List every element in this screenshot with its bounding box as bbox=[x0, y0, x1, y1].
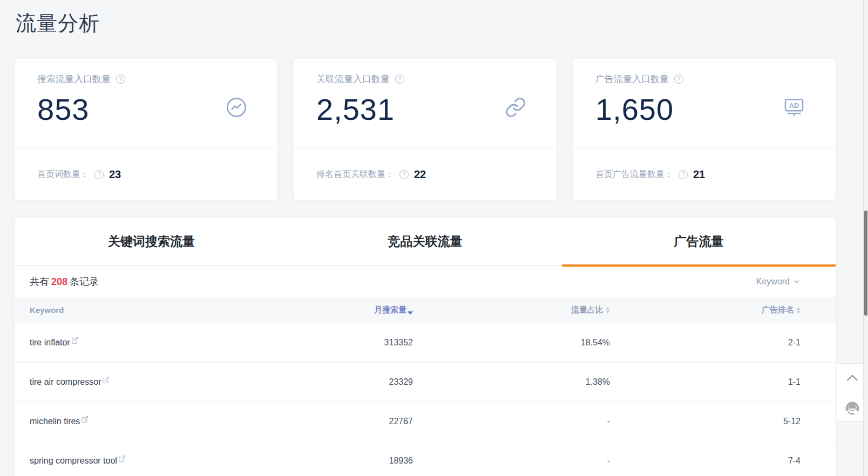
sort-desc-icon[interactable] bbox=[408, 311, 413, 315]
external-link-icon[interactable] bbox=[81, 416, 89, 423]
stat-card-value: 1,650 bbox=[595, 92, 683, 127]
stat-card-footer: 首页词数量： ? 23 bbox=[15, 149, 277, 200]
keyword-cell[interactable]: spring compressor tool bbox=[30, 456, 267, 466]
scrollbar-thumb[interactable] bbox=[864, 210, 867, 316]
stat-card-footer-value: 22 bbox=[414, 168, 426, 181]
main-content: 流量分析 搜索流量入口数量 ? 853 bbox=[15, 0, 836, 476]
help-icon[interactable]: ? bbox=[116, 74, 125, 84]
ad-rank-cell: 7-4 bbox=[610, 456, 801, 466]
stat-card-label: 搜索流量入口数量 bbox=[37, 73, 111, 85]
ad-rank-cell: 1-1 bbox=[610, 377, 801, 387]
traffic-share-cell: - bbox=[413, 417, 610, 426]
stat-card-top: 关联流量入口数量 ? 2,531 bbox=[294, 59, 557, 149]
help-icon[interactable]: ? bbox=[399, 170, 409, 179]
column-header-monthly-searches[interactable]: 月搜索量 bbox=[267, 305, 413, 315]
headset-agent-icon bbox=[843, 398, 862, 416]
help-icon[interactable]: ? bbox=[94, 170, 104, 179]
stat-card-ad-traffic: 广告流量入口数量 ? 1,650 AD 首页广告流量数量： ? bbox=[573, 59, 836, 200]
column-header-ad-rank[interactable]: 广告排名 bbox=[610, 305, 801, 315]
tab-keyword-search-traffic[interactable]: 关键词搜索流量 bbox=[15, 217, 288, 265]
ad-screen-icon: AD bbox=[783, 97, 805, 148]
traffic-share-cell: 18.54% bbox=[413, 338, 610, 348]
table-row: tire inflator 313352 18.54% 2-1 bbox=[15, 323, 836, 363]
ad-rank-cell: 5-12 bbox=[610, 417, 801, 426]
sort-carets-icon[interactable] bbox=[796, 307, 801, 314]
traffic-table-panel: 关键词搜索流量 竞品关联流量 广告流量 共有208条记录 Keyword Key… bbox=[15, 217, 836, 476]
stat-card-footer-label: 排名首页关联数量： bbox=[316, 169, 394, 180]
keyword-text: michelin tires bbox=[30, 417, 80, 426]
stat-card-footer: 排名首页关联数量： ? 22 bbox=[294, 149, 557, 200]
stat-cards-row: 搜索流量入口数量 ? 853 首页词数量： ? 23 bbox=[15, 59, 836, 200]
trend-circle-icon bbox=[226, 97, 247, 148]
stat-card-search-traffic: 搜索流量入口数量 ? 853 首页词数量： ? 23 bbox=[15, 59, 277, 200]
link-icon bbox=[505, 97, 526, 148]
stat-card-top: 广告流量入口数量 ? 1,650 AD bbox=[573, 59, 836, 149]
tab-bar: 关键词搜索流量 竞品关联流量 广告流量 bbox=[15, 217, 836, 266]
table-row: michelin tires 22767 - 5-12 bbox=[15, 402, 836, 441]
external-link-icon[interactable] bbox=[118, 455, 126, 463]
ad-rank-cell: 2-1 bbox=[610, 338, 801, 348]
table-row: spring compressor tool 18936 - 7-4 bbox=[15, 441, 836, 476]
column-label: 流量占比 bbox=[571, 305, 603, 315]
records-row: 共有208条记录 Keyword bbox=[15, 266, 836, 297]
monthly-searches-cell: 18936 bbox=[267, 456, 413, 466]
stat-card-label: 广告流量入口数量 bbox=[595, 73, 669, 85]
stat-card-top: 搜索流量入口数量 ? 853 bbox=[15, 59, 277, 149]
keyword-cell[interactable]: michelin tires bbox=[30, 417, 267, 426]
keyword-text: tire air compressor bbox=[30, 377, 101, 387]
column-header-traffic-share[interactable]: 流量占比 bbox=[413, 305, 610, 315]
page-scrollbar[interactable] bbox=[863, 0, 868, 476]
keyword-text: spring compressor tool bbox=[30, 456, 117, 466]
help-icon[interactable]: ? bbox=[679, 170, 688, 179]
monthly-searches-cell: 313352 bbox=[267, 338, 413, 348]
records-suffix: 条记录 bbox=[70, 276, 99, 287]
sort-carets-icon[interactable] bbox=[606, 307, 610, 314]
help-icon[interactable]: ? bbox=[395, 74, 404, 84]
stat-card-footer: 首页广告流量数量： ? 21 bbox=[573, 149, 836, 200]
stat-card-label: 关联流量入口数量 bbox=[316, 73, 390, 85]
page-title: 流量分析 bbox=[15, 0, 836, 37]
keyword-text: tire inflator bbox=[30, 338, 70, 348]
stat-card-value: 853 bbox=[37, 92, 125, 127]
external-link-icon[interactable] bbox=[102, 376, 110, 384]
stat-card-footer-value: 21 bbox=[693, 168, 705, 181]
stat-card-associated-traffic: 关联流量入口数量 ? 2,531 排名首页关联数量： ? 22 bbox=[294, 59, 557, 200]
column-header-keyword[interactable]: Keyword bbox=[30, 305, 267, 315]
column-label: Keyword bbox=[30, 305, 64, 315]
tab-label: 关键词搜索流量 bbox=[108, 233, 195, 250]
keyword-filter-dropdown[interactable]: Keyword bbox=[756, 277, 801, 287]
help-icon[interactable]: ? bbox=[674, 74, 683, 84]
records-prefix: 共有 bbox=[30, 276, 49, 287]
traffic-share-cell: 1.38% bbox=[413, 377, 610, 387]
tab-ad-traffic[interactable]: 广告流量 bbox=[562, 217, 836, 265]
records-summary: 共有208条记录 bbox=[30, 275, 99, 288]
stat-card-footer-label: 首页广告流量数量： bbox=[595, 169, 673, 180]
records-count: 208 bbox=[49, 276, 70, 287]
chevron-down-icon bbox=[793, 278, 801, 285]
chevron-up-icon bbox=[844, 370, 860, 386]
table-row: tire air compressor 23329 1.38% 1-1 bbox=[15, 363, 836, 402]
stat-card-footer-value: 23 bbox=[109, 168, 121, 181]
column-label: 广告排名 bbox=[762, 305, 794, 315]
svg-text:AD: AD bbox=[789, 102, 799, 110]
table-header-row: Keyword 月搜索量 流量占比 广告排名 bbox=[15, 297, 836, 323]
tab-label: 广告流量 bbox=[674, 233, 724, 250]
keyword-cell[interactable]: tire air compressor bbox=[30, 377, 267, 387]
column-label: 月搜索量 bbox=[374, 305, 406, 315]
tab-competitor-associated-traffic[interactable]: 竞品关联流量 bbox=[288, 217, 562, 265]
stat-card-value: 2,531 bbox=[316, 92, 404, 127]
external-link-icon[interactable] bbox=[71, 337, 79, 344]
tab-label: 竞品关联流量 bbox=[388, 233, 463, 250]
filter-selected-value: Keyword bbox=[756, 277, 790, 287]
traffic-share-cell: - bbox=[413, 456, 610, 466]
keyword-cell[interactable]: tire inflator bbox=[30, 338, 267, 348]
stat-card-footer-label: 首页词数量： bbox=[37, 169, 89, 180]
monthly-searches-cell: 22767 bbox=[267, 417, 413, 426]
monthly-searches-cell: 23329 bbox=[267, 377, 413, 387]
